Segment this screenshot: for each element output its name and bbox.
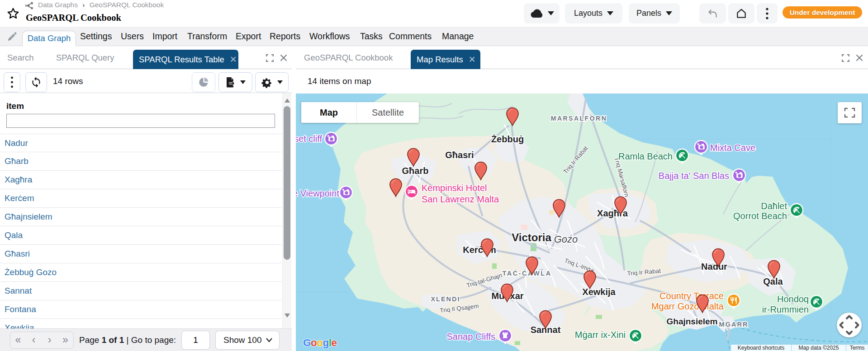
svg-text:Hondoq: Hondoq xyxy=(777,294,809,304)
svg-text:Għarb: Għarb xyxy=(402,166,429,176)
svg-text:Ghajnsielem: Ghajnsielem xyxy=(667,317,718,326)
svg-text:Nadur: Nadur xyxy=(701,262,727,271)
svg-text:Country Terrace: Country Terrace xyxy=(659,291,724,301)
svg-text:MARSALFORN: MARSALFORN xyxy=(551,115,607,122)
svg-text:Triq tal-Ghajn: Triq tal-Ghajn xyxy=(466,272,503,289)
svg-text:Triq Il Qsajjem: Triq Il Qsajjem xyxy=(440,303,479,314)
svg-text:Sanap Cliffs: Sanap Cliffs xyxy=(447,332,495,342)
svg-text:e Viewpoint: e Viewpoint xyxy=(296,188,339,198)
svg-text:ir-Rummien: ir-Rummien xyxy=(762,304,809,314)
svg-text:Mġarr ix-Xini: Mġarr ix-Xini xyxy=(575,330,626,340)
svg-text:Triq Ir-Rabat: Triq Ir-Rabat xyxy=(562,145,589,175)
svg-text:Xewkija: Xewkija xyxy=(582,287,616,297)
svg-text:Ramla Beach: Ramla Beach xyxy=(618,151,673,161)
svg-text:Żebbuġ: Żebbuġ xyxy=(491,134,524,144)
svg-text:Qala: Qala xyxy=(763,276,783,286)
svg-text:MGARR: MGARR xyxy=(719,321,749,328)
svg-text:Triq Ir Rabat: Triq Ir Rabat xyxy=(627,267,661,277)
svg-text:Gozo: Gozo xyxy=(554,234,578,245)
svg-text:Kempinski Hotel: Kempinski Hotel xyxy=(422,183,487,193)
svg-text:set cliff: set cliff xyxy=(296,134,322,144)
svg-text:Għasri: Għasri xyxy=(445,150,474,160)
svg-text:Bajja ta' San Blas: Bajja ta' San Blas xyxy=(659,171,729,181)
svg-text:Victoria: Victoria xyxy=(512,231,551,243)
svg-text:Mixta Cave: Mixta Cave xyxy=(710,143,755,153)
svg-text:XLENDI: XLENDI xyxy=(431,295,460,303)
svg-text:Daħlet: Daħlet xyxy=(761,201,787,211)
svg-text:Qorrot Beach: Qorrot Beach xyxy=(733,211,787,221)
svg-text:Mgarr Gozo Malta: Mgarr Gozo Malta xyxy=(651,301,724,311)
svg-text:TAĆ-ĆAWLA: TAĆ-ĆAWLA xyxy=(502,269,551,277)
svg-text:San Lawrenz Malta: San Lawrenz Malta xyxy=(422,194,499,204)
svg-text:Triq Mərsalforn: Triq Mərsalforn xyxy=(613,156,630,197)
